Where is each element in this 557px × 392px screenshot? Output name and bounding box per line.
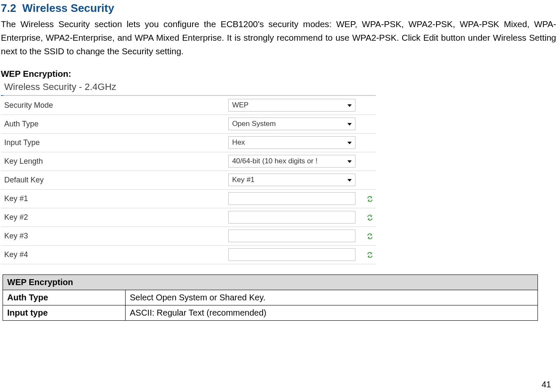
select-value: Key #1 [232, 176, 255, 184]
section-paragraph: The Wireless Security section lets you c… [1, 17, 556, 58]
label-key-length: Key Length [1, 152, 228, 171]
label-default-key: Default Key [1, 171, 228, 189]
wireless-security-screenshot: Wireless Security - 2.4GHz Security Mode… [1, 81, 376, 264]
input-key2[interactable] [228, 211, 355, 224]
table-header: WEP Encryption [3, 274, 538, 290]
row-name: Auth Type [3, 290, 126, 305]
select-value: 40/64-bit (10 hex digits or ! [232, 157, 317, 165]
row-desc: Select Open System or Shared Key. [126, 290, 538, 305]
chevron-down-icon [347, 179, 352, 182]
wep-description-table: WEP Encryption Auth Type Select Open Sys… [3, 274, 538, 321]
chevron-down-icon [347, 142, 352, 144]
table-row: Input type ASCII: Regular Text (recommen… [3, 305, 538, 320]
screenshot-heading: Wireless Security - 2.4GHz [1, 81, 376, 95]
select-key-length[interactable]: 40/64-bit (10 hex digits or ! [228, 155, 355, 168]
input-key3[interactable] [228, 230, 355, 242]
row-desc: ASCII: Regular Text (recommended) [126, 305, 538, 320]
table-row: Auth Type Select Open System or Shared K… [3, 290, 538, 305]
select-auth-type[interactable]: Open System [228, 118, 355, 130]
chevron-down-icon [347, 104, 352, 107]
chevron-down-icon [347, 123, 352, 126]
input-key1[interactable] [228, 192, 355, 205]
input-key4[interactable] [228, 248, 355, 261]
section-title: 7.2 Wireless Security [1, 2, 556, 15]
refresh-icon[interactable] [367, 196, 373, 202]
subheading-wep: WEP Encryption: [1, 69, 556, 79]
label-key4: Key #4 [1, 245, 228, 264]
refresh-icon[interactable] [367, 252, 373, 258]
select-value: Open System [232, 120, 276, 128]
section-number: 7.2 [1, 2, 16, 14]
select-input-type[interactable]: Hex [228, 136, 355, 149]
label-key2: Key #2 [1, 208, 228, 227]
select-security-mode[interactable]: WEP [228, 99, 355, 112]
section-heading: Wireless Security [22, 2, 115, 14]
row-name: Input type [3, 305, 126, 320]
label-auth-type: Auth Type [1, 115, 228, 133]
label-input-type: Input Type [1, 133, 228, 152]
select-value: Hex [232, 138, 245, 147]
select-value: WEP [232, 101, 249, 109]
label-key1: Key #1 [1, 189, 228, 208]
label-key3: Key #3 [1, 227, 228, 245]
label-security-mode: Security Mode [1, 96, 228, 115]
refresh-icon[interactable] [367, 233, 373, 239]
chevron-down-icon [347, 160, 352, 163]
page-number: 41 [542, 380, 551, 389]
refresh-icon[interactable] [367, 215, 373, 221]
select-default-key[interactable]: Key #1 [228, 174, 355, 186]
